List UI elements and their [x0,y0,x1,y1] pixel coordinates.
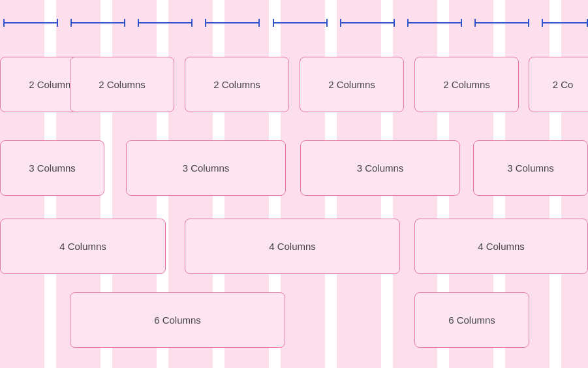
ruler-segment [474,18,529,27]
ruler-line [409,22,461,23]
column-stripe [505,0,549,368]
column-stripe [168,0,213,368]
ruler-line [206,22,258,23]
ruler-tick [528,19,529,27]
ruler-tick [191,19,193,27]
ruler-line [5,22,57,23]
ruler-tick [258,19,260,27]
column-stripe [449,0,493,368]
ruler-tick [394,19,395,27]
ruler-line [72,22,124,23]
ruler-segment [205,18,260,27]
column-stripe [393,0,437,368]
ruler-tick [124,19,125,27]
column-stripe [56,0,101,368]
ruler-segment [542,18,588,27]
column-stripe [224,0,269,368]
column-stripe [337,0,381,368]
ruler-line [543,22,587,23]
ruler-segment [138,18,193,27]
ruler [0,0,588,39]
grid-background [0,0,588,368]
ruler-tick [57,19,58,27]
ruler-segment [70,18,125,27]
ruler-line [476,22,528,23]
ruler-tick [461,19,462,27]
ruler-line [274,22,326,23]
column-stripe [281,0,325,368]
ruler-segment [3,18,58,27]
ruler-tick [326,19,328,27]
ruler-segment [407,18,462,27]
ruler-segment [340,18,395,27]
column-stripe [561,0,588,368]
ruler-line [341,22,394,23]
ruler-line [139,22,191,23]
column-stripe [112,0,157,368]
ruler-segment [273,18,328,27]
column-stripe [0,0,44,368]
